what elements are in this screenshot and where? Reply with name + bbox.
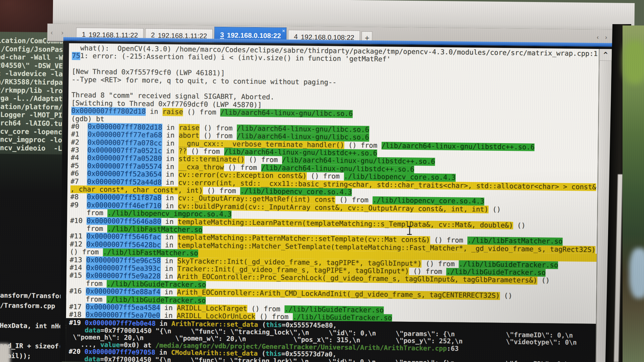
terminal-text-segment: this (266, 321, 282, 328)
background-terminal-top-left: ication/ComCommu./Config/JsonPased-char … (0, 32, 65, 156)
terminal-text-segment: from (69, 280, 107, 288)
photo-plant-highlight (623, 40, 644, 84)
terminal-text-segment: in (161, 265, 177, 273)
terminal-text-segment: from (69, 295, 106, 304)
terminal-text-segment: in (162, 139, 179, 147)
terminal-text-segment: in (162, 163, 178, 171)
terminal-text-segment: #14 (69, 264, 86, 272)
terminal-text-segment: 0x0000007ff5e9a228 (86, 272, 161, 281)
terminal-text-segment: () from (200, 124, 237, 132)
background-terminal-line: lLogger -lMOT_PIP (0, 111, 65, 120)
terminal-text-segment: ( (258, 321, 266, 328)
background-terminal-line: tation/platform/RK (0, 102, 65, 111)
terminal-text-segment: #4 (71, 154, 88, 162)
terminal-text-segment: #9 (70, 201, 87, 209)
terminal-text-segment: () (537, 277, 550, 285)
terminal-black-output[interactable]: #19 0x0000007ff7eb0e48 in ArithTracker::… (65, 318, 596, 362)
photo-background-object (629, 248, 644, 298)
background-terminal-line: arch64 -lAIGO.turb (0, 119, 64, 128)
photo-dark-corner (0, 0, 53, 36)
terminal-text-segment: () (513, 222, 525, 230)
terminal-text-segment: in (160, 304, 177, 312)
terminal-text-segment: in (161, 257, 177, 265)
terminal-text-segment: abort (179, 132, 200, 140)
tab-close-icon[interactable]: × (282, 28, 285, 33)
terminal-text-segment: () from (307, 172, 344, 181)
terminal-text-segment: () from (245, 156, 282, 164)
terminal-text-segment: () from (70, 248, 103, 256)
terminal-text-segment: () from (430, 236, 467, 245)
photo-background: ication/ComCommu./Config/JsonPased-char … (0, 0, 644, 362)
background-terminal-bottom-left: ransform/Transform.cppm/Transform.cpppHe… (0, 154, 64, 362)
terminal-text-segment: in (162, 131, 179, 139)
terminal-text-segment: from (70, 209, 107, 217)
monitor-screen: ication/ComCommu./Config/JsonPased-char … (0, 0, 644, 362)
terminal-text-segment: std::terminate() (178, 155, 245, 164)
terminal-text-segment: #5 (71, 162, 88, 170)
terminal-text-segment: #7 (70, 178, 87, 186)
terminal-text-segment: in (156, 320, 171, 327)
terminal-text-segment: ?? (178, 147, 187, 156)
terminal-text-segment: #13 (70, 256, 87, 264)
terminal-text-segment: #0 (71, 123, 88, 131)
background-terminal-line: ./Config/JsonPas (0, 45, 65, 54)
terminal-text-segment: in (162, 171, 178, 179)
terminal-text-segment: #18 (69, 311, 86, 319)
terminal-text-segment: (gdb) bt (71, 115, 104, 123)
terminal-text-segment: __cxa_throw (178, 163, 224, 171)
text-cursor-ibeam (406, 226, 413, 235)
terminal-text-segment: 0x0000007ff77efa68 (88, 131, 162, 139)
terminal-text-segment: #11 (70, 232, 87, 240)
background-terminal-line: c -lavdevice -lav (0, 69, 65, 78)
terminal-text-segment: #3 (71, 146, 88, 154)
terminal-text-segment: in (160, 312, 177, 320)
background-terminal-line: pHexData, int nHexLen, (0, 321, 63, 331)
terminal-text-segment: data (68, 355, 100, 362)
background-terminal-line: 204550\" -DSW_VER (0, 61, 65, 70)
background-terminal-line: m/Transform.cpp (0, 301, 63, 311)
background-terminal-line: ed-char -Wall -W (0, 53, 65, 62)
background-terminal-line (0, 311, 63, 321)
background-terminal-line: encv_videoio -L.. (0, 143, 64, 153)
terminal-text-segment: in (161, 194, 178, 202)
terminal-text-segment: /lib/aarch64-linux-gnu/libstdc++.so.6 (381, 142, 535, 151)
terminal-text-segment: =0x0) at (120, 341, 156, 349)
terminal-text-segment: in (162, 124, 179, 132)
terminal-text-segment: () from (422, 260, 459, 268)
terminal-text-segment: =0x5555745e80, (282, 321, 337, 329)
terminal-text-segment: () from (199, 132, 236, 140)
terminal-text-segment: () from (224, 164, 261, 172)
scrollbar-up-icon[interactable]: ^ (599, 49, 611, 61)
terminal-text-segment: in (146, 108, 163, 116)
terminal-text-segment: #8 (70, 193, 87, 201)
terminal-text-segment: #2 (71, 138, 88, 146)
background-terminal-line: ransform/Transform.cpp (0, 291, 63, 301)
terminal-text-segment: in (162, 147, 179, 155)
background-terminal-line: m/RK3588/thirdpar (0, 78, 65, 87)
terminal-text-segment: from (70, 225, 107, 233)
terminal-text-segment: in (161, 218, 178, 226)
terminal-text-segment: () (488, 205, 501, 214)
terminal-text-segment: #12 (70, 240, 87, 248)
tab-number: 3 (220, 31, 224, 39)
terminal-text-segment: () from (183, 108, 220, 117)
terminal-text-segment: ( (258, 350, 266, 357)
terminal-text-segment: in (161, 241, 178, 249)
terminal-text-segment: in (161, 202, 178, 210)
terminal-text-segment: ..., (69, 341, 100, 349)
terminal-text-segment: in (161, 273, 177, 281)
tab-scroll-left-icon[interactable]: ‹ › (51, 29, 67, 37)
terminal-text-segment: :63 (447, 345, 459, 352)
tab-label: 192.168.0.108:22 (227, 31, 281, 40)
terminal-text-segment: =0x555573d7a0, (281, 350, 337, 358)
terminal-text-segment: 0x0000007ff51f87a8 (87, 193, 161, 202)
terminal-white-output[interactable]: what(): OpenCV(4.3.0) /home/marco/Codes/… (66, 43, 599, 324)
terminal-text-segment: value (100, 341, 120, 349)
terminal-text-segment: in (155, 349, 171, 356)
terminal-text-segment: #1 (71, 130, 88, 138)
terminal-text-segment: raise (179, 124, 200, 132)
terminal-text-segment: #6 (70, 170, 87, 178)
terminal-text-segment: () from (247, 305, 284, 313)
terminal-text-segment: #20 (69, 348, 85, 355)
terminal-text-segment: () (500, 292, 512, 300)
